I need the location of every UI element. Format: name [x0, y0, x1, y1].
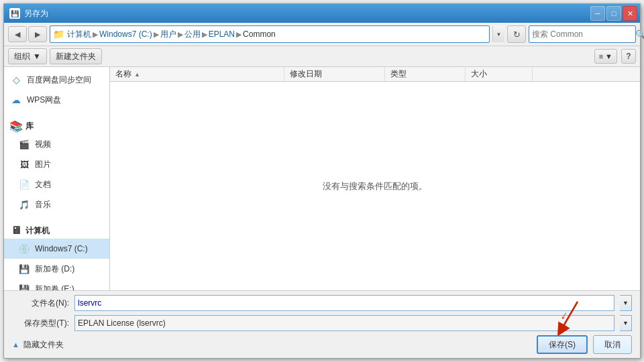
wps-icon: ☁ [9, 93, 23, 107]
col-size-label: 大小 [471, 68, 487, 80]
sidebar-library-label: 库 [25, 121, 34, 132]
col-header-name[interactable]: 名称 ▲ [110, 67, 284, 81]
search-box[interactable]: 🔍 [529, 25, 636, 43]
documents-icon: 📄 [17, 178, 31, 191]
forward-button[interactable]: ▶ [28, 26, 47, 42]
sidebar-videos-label: 视频 [35, 139, 51, 150]
separator-5: ▶ [236, 30, 241, 39]
sidebar-item-documents[interactable]: 📄 文档 [4, 174, 109, 194]
filetype-dropdown-btn[interactable]: ▼ [620, 315, 632, 331]
file-area: 名称 ▲ 修改日期 类型 大小 没有与搜索条件匹配的项。 [110, 67, 640, 290]
toolbar2-right: ≡ ▼ ? [594, 49, 636, 64]
sidebar-item-wps[interactable]: ☁ WPS网盘 [4, 90, 109, 110]
organize-arrow-icon: ▼ [33, 52, 41, 61]
file-list-content: 没有与搜索条件匹配的项。 [110, 82, 640, 290]
dialog-icon: 💾 [9, 8, 20, 19]
separator-1: ▶ [93, 30, 98, 39]
windows7-icon: 💿 [17, 242, 31, 255]
sidebar-item-pictures[interactable]: 🖼 图片 [4, 154, 109, 174]
empty-message: 没有与搜索条件匹配的项。 [323, 180, 427, 192]
buttons-row: ▲ 隐藏文件夹 ↓ 保存(S) [12, 335, 632, 354]
title-bar: 💾 另存为 ─ □ ✕ [4, 4, 640, 23]
view-button[interactable]: ≡ ▼ [594, 49, 617, 64]
maximize-button[interactable]: □ [606, 6, 621, 21]
sidebar-pictures-label: 图片 [35, 159, 51, 170]
dialog-title: 另存为 [24, 8, 48, 19]
title-bar-left: 💾 另存为 [9, 8, 48, 19]
sidebar-computer-label: 计算机 [25, 225, 50, 237]
toolbar2-left: 组织 ▼ 新建文件夹 [8, 48, 102, 64]
music-icon: 🎵 [17, 198, 31, 211]
sidebar-wps-label: WPS网盘 [27, 95, 61, 106]
breadcrumb-public[interactable]: 公用 [184, 29, 201, 40]
videos-icon: 🎬 [17, 137, 31, 151]
save-button[interactable]: 保存(S) [537, 335, 588, 354]
column-headers: 名称 ▲ 修改日期 类型 大小 [110, 67, 640, 82]
breadcrumb-eplan[interactable]: EPLAN [209, 29, 235, 39]
col-header-size[interactable]: 大小 [466, 67, 533, 81]
filetype-label: 保存类型(T): [12, 318, 69, 329]
breadcrumb-users[interactable]: 用户 [160, 29, 176, 40]
col-type-label: 类型 [390, 68, 407, 80]
back-button[interactable]: ◀ [8, 26, 27, 42]
action-buttons: ↓ 保存(S) 取消 [537, 335, 632, 354]
sidebar-music-label: 音乐 [35, 199, 51, 210]
cancel-button[interactable]: 取消 [593, 335, 632, 354]
nav-buttons: ◀ ▶ [8, 26, 47, 42]
refresh-button[interactable]: ↻ [507, 25, 526, 43]
address-toolbar: ◀ ▶ 📁 计算机 ▶ Windows7 (C:) ▶ 用户 ▶ 公用 ▶ EP… [4, 23, 640, 46]
col-date-label: 修改日期 [290, 68, 322, 80]
new-folder-label: 新建文件夹 [56, 51, 96, 62]
main-content: ◇ 百度网盘同步空间 ☁ WPS网盘 📚 库 🎬 视频 🖼 图片 [4, 67, 640, 290]
sidebar-section-library[interactable]: 📚 库 [4, 115, 109, 134]
sidebar-windows7-label: Windows7 (C:) [35, 244, 88, 253]
sidebar-item-music[interactable]: 🎵 音乐 [4, 194, 109, 215]
title-controls: ─ □ ✕ [590, 6, 637, 21]
sidebar-item-drive-d[interactable]: 💾 新加卷 (D:) [4, 259, 109, 279]
filetype-row: 保存类型(T): ▼ [12, 315, 632, 331]
sidebar-item-drive-e[interactable]: 💾 新加卷 (E:) [4, 279, 109, 290]
address-folder-icon: 📁 [53, 29, 64, 40]
col-header-type[interactable]: 类型 [385, 67, 466, 81]
address-dropdown-btn[interactable]: ▼ [492, 26, 504, 42]
sort-arrow-icon: ▲ [134, 71, 140, 78]
drive-e-icon: 💾 [17, 282, 31, 290]
hide-folders-button[interactable]: ▲ 隐藏文件夹 [12, 339, 64, 351]
organize-label: 组织 [14, 51, 30, 62]
filename-label: 文件名(N): [12, 298, 69, 309]
toolbar2: 组织 ▼ 新建文件夹 ≡ ▼ ? [4, 46, 640, 67]
address-bar[interactable]: 📁 计算机 ▶ Windows7 (C:) ▶ 用户 ▶ 公用 ▶ EPLAN … [50, 25, 490, 43]
sidebar-item-videos[interactable]: 🎬 视频 [4, 134, 109, 154]
sidebar-drive-e-label: 新加卷 (E:) [35, 284, 74, 291]
search-input[interactable] [532, 29, 633, 39]
col-header-date[interactable]: 修改日期 [284, 67, 385, 81]
filename-dropdown-btn[interactable]: ▼ [620, 295, 632, 311]
baidu-icon: ◇ [9, 73, 23, 86]
sidebar-item-windows7[interactable]: 💿 Windows7 (C:) [4, 239, 109, 259]
hide-folders-label: 隐藏文件夹 [23, 339, 64, 351]
organize-button[interactable]: 组织 ▼ [8, 48, 47, 64]
minimize-button[interactable]: ─ [590, 6, 605, 21]
save-button-label: 保存(S) [549, 339, 576, 351]
save-dialog: 💾 另存为 ─ □ ✕ ◀ ▶ 📁 计算机 ▶ Windows7 (C:) ▶ … [3, 3, 641, 359]
sidebar-item-baidu[interactable]: ◇ 百度网盘同步空间 [4, 70, 109, 90]
breadcrumb-common[interactable]: Common [243, 29, 276, 39]
sidebar-drive-d-label: 新加卷 (D:) [35, 263, 74, 275]
close-button[interactable]: ✕ [623, 6, 637, 21]
col-name-label: 名称 [115, 68, 131, 80]
view-arrow-icon: ▼ [605, 52, 612, 60]
breadcrumb-computer[interactable]: 计算机 [67, 29, 91, 40]
filename-input[interactable] [74, 295, 614, 311]
breadcrumb-drive[interactable]: Windows7 (C:) [99, 29, 152, 39]
view-icon: ≡ [599, 52, 603, 60]
new-folder-button[interactable]: 新建文件夹 [50, 48, 102, 64]
sidebar-section-computer[interactable]: 🖥 计算机 [4, 220, 109, 239]
help-button[interactable]: ? [621, 49, 636, 64]
sidebar-documents-label: 文档 [35, 179, 51, 190]
separator-4: ▶ [202, 30, 207, 39]
filetype-input [74, 315, 614, 331]
breadcrumb-path: 计算机 ▶ Windows7 (C:) ▶ 用户 ▶ 公用 ▶ EPLAN ▶ … [67, 29, 276, 40]
computer-icon: 🖥 [9, 224, 23, 237]
sidebar-baidu-label: 百度网盘同步空间 [27, 74, 91, 86]
drive-d-icon: 💾 [17, 262, 31, 276]
